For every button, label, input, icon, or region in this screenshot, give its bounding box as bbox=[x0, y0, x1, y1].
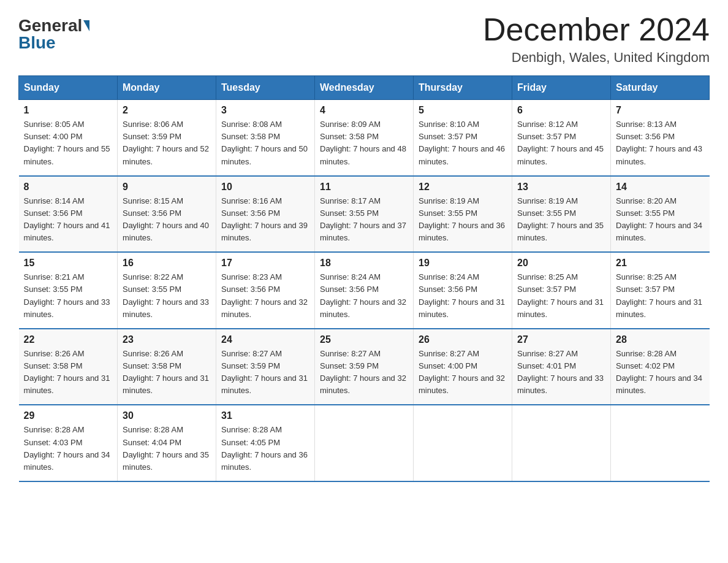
day-number: 13 bbox=[517, 182, 605, 193]
calendar-cell: 12Sunrise: 8:19 AMSunset: 3:55 PMDayligh… bbox=[414, 176, 512, 253]
calendar-week-row: 22Sunrise: 8:26 AMSunset: 3:58 PMDayligh… bbox=[19, 329, 710, 405]
day-info: Sunrise: 8:27 AMSunset: 4:01 PMDaylight:… bbox=[517, 348, 605, 397]
calendar-cell: 6Sunrise: 8:12 AMSunset: 3:57 PMDaylight… bbox=[512, 100, 611, 176]
calendar-cell: 8Sunrise: 8:14 AMSunset: 3:56 PMDaylight… bbox=[19, 176, 118, 253]
calendar-cell: 3Sunrise: 8:08 AMSunset: 3:58 PMDaylight… bbox=[216, 100, 315, 176]
calendar-cell: 19Sunrise: 8:24 AMSunset: 3:56 PMDayligh… bbox=[414, 252, 512, 329]
day-info: Sunrise: 8:12 AMSunset: 3:57 PMDaylight:… bbox=[517, 118, 605, 168]
logo-blue-text: Blue bbox=[18, 34, 56, 52]
day-info: Sunrise: 8:20 AMSunset: 3:55 PMDaylight:… bbox=[616, 195, 705, 245]
calendar-cell: 25Sunrise: 8:27 AMSunset: 3:59 PMDayligh… bbox=[315, 329, 414, 405]
calendar-cell: 21Sunrise: 8:25 AMSunset: 3:57 PMDayligh… bbox=[611, 252, 710, 329]
day-info: Sunrise: 8:21 AMSunset: 3:55 PMDaylight:… bbox=[24, 271, 113, 321]
day-info: Sunrise: 8:25 AMSunset: 3:57 PMDaylight:… bbox=[616, 271, 705, 321]
day-info: Sunrise: 8:06 AMSunset: 3:59 PMDaylight:… bbox=[123, 118, 211, 168]
calendar-cell: 5Sunrise: 8:10 AMSunset: 3:57 PMDaylight… bbox=[414, 100, 512, 176]
day-info: Sunrise: 8:15 AMSunset: 3:56 PMDaylight:… bbox=[123, 195, 211, 245]
day-info: Sunrise: 8:23 AMSunset: 3:56 PMDaylight:… bbox=[221, 271, 309, 321]
calendar-table: SundayMondayTuesdayWednesdayThursdayFrid… bbox=[18, 75, 710, 482]
day-number: 16 bbox=[123, 258, 211, 269]
col-header-monday: Monday bbox=[118, 76, 216, 100]
day-number: 31 bbox=[221, 410, 309, 421]
day-info: Sunrise: 8:10 AMSunset: 3:57 PMDaylight:… bbox=[419, 118, 507, 168]
logo-general: General bbox=[18, 17, 89, 34]
day-info: Sunrise: 8:09 AMSunset: 3:58 PMDaylight:… bbox=[320, 118, 408, 168]
logo-arrow-icon bbox=[83, 20, 89, 31]
day-info: Sunrise: 8:28 AMSunset: 4:04 PMDaylight:… bbox=[123, 424, 211, 473]
day-info: Sunrise: 8:25 AMSunset: 3:57 PMDaylight:… bbox=[517, 271, 605, 321]
day-info: Sunrise: 8:28 AMSunset: 4:02 PMDaylight:… bbox=[616, 348, 705, 397]
day-number: 4 bbox=[320, 105, 408, 116]
day-number: 9 bbox=[123, 182, 211, 193]
day-number: 24 bbox=[221, 334, 309, 345]
day-number: 25 bbox=[320, 334, 408, 345]
calendar-cell: 24Sunrise: 8:27 AMSunset: 3:59 PMDayligh… bbox=[216, 329, 315, 405]
day-number: 12 bbox=[419, 182, 507, 193]
day-info: Sunrise: 8:14 AMSunset: 3:56 PMDaylight:… bbox=[24, 195, 113, 245]
day-info: Sunrise: 8:27 AMSunset: 4:00 PMDaylight:… bbox=[419, 348, 507, 397]
day-info: Sunrise: 8:24 AMSunset: 3:56 PMDaylight:… bbox=[320, 271, 408, 321]
day-number: 5 bbox=[419, 105, 507, 116]
day-number: 2 bbox=[123, 105, 211, 116]
day-number: 1 bbox=[24, 105, 113, 116]
calendar-cell: 17Sunrise: 8:23 AMSunset: 3:56 PMDayligh… bbox=[216, 252, 315, 329]
calendar-cell: 20Sunrise: 8:25 AMSunset: 3:57 PMDayligh… bbox=[512, 252, 611, 329]
day-number: 3 bbox=[221, 105, 309, 116]
day-info: Sunrise: 8:26 AMSunset: 3:58 PMDaylight:… bbox=[24, 348, 113, 397]
calendar-cell: 30Sunrise: 8:28 AMSunset: 4:04 PMDayligh… bbox=[118, 405, 216, 481]
calendar-cell bbox=[512, 405, 611, 481]
day-number: 10 bbox=[221, 182, 309, 193]
day-number: 14 bbox=[616, 182, 705, 193]
day-info: Sunrise: 8:13 AMSunset: 3:56 PMDaylight:… bbox=[616, 118, 705, 168]
calendar-header-row: SundayMondayTuesdayWednesdayThursdayFrid… bbox=[19, 76, 710, 100]
page-header: General Blue December 2024 Denbigh, Wale… bbox=[18, 12, 710, 66]
calendar-cell: 15Sunrise: 8:21 AMSunset: 3:55 PMDayligh… bbox=[19, 252, 118, 329]
day-number: 8 bbox=[24, 182, 113, 193]
calendar-cell: 18Sunrise: 8:24 AMSunset: 3:56 PMDayligh… bbox=[315, 252, 414, 329]
calendar-cell: 11Sunrise: 8:17 AMSunset: 3:55 PMDayligh… bbox=[315, 176, 414, 253]
col-header-saturday: Saturday bbox=[611, 76, 710, 100]
day-info: Sunrise: 8:19 AMSunset: 3:55 PMDaylight:… bbox=[517, 195, 605, 245]
day-number: 26 bbox=[419, 334, 507, 345]
day-number: 29 bbox=[24, 410, 113, 421]
day-number: 28 bbox=[616, 334, 705, 345]
day-info: Sunrise: 8:27 AMSunset: 3:59 PMDaylight:… bbox=[221, 348, 309, 397]
day-info: Sunrise: 8:28 AMSunset: 4:03 PMDaylight:… bbox=[24, 424, 113, 473]
day-number: 6 bbox=[517, 105, 605, 116]
calendar-week-row: 8Sunrise: 8:14 AMSunset: 3:56 PMDaylight… bbox=[19, 176, 710, 253]
col-header-wednesday: Wednesday bbox=[315, 76, 414, 100]
calendar-cell: 26Sunrise: 8:27 AMSunset: 4:00 PMDayligh… bbox=[414, 329, 512, 405]
day-number: 30 bbox=[123, 410, 211, 421]
day-info: Sunrise: 8:17 AMSunset: 3:55 PMDaylight:… bbox=[320, 195, 408, 245]
calendar-cell: 4Sunrise: 8:09 AMSunset: 3:58 PMDaylight… bbox=[315, 100, 414, 176]
day-number: 17 bbox=[221, 258, 309, 269]
day-number: 20 bbox=[517, 258, 605, 269]
col-header-tuesday: Tuesday bbox=[216, 76, 315, 100]
calendar-cell: 10Sunrise: 8:16 AMSunset: 3:56 PMDayligh… bbox=[216, 176, 315, 253]
day-info: Sunrise: 8:08 AMSunset: 3:58 PMDaylight:… bbox=[221, 118, 309, 168]
calendar-cell: 23Sunrise: 8:26 AMSunset: 3:58 PMDayligh… bbox=[118, 329, 216, 405]
location-subtitle: Denbigh, Wales, United Kingdom bbox=[483, 50, 710, 66]
calendar-cell: 16Sunrise: 8:22 AMSunset: 3:55 PMDayligh… bbox=[118, 252, 216, 329]
calendar-week-row: 29Sunrise: 8:28 AMSunset: 4:03 PMDayligh… bbox=[19, 405, 710, 481]
title-block: December 2024 Denbigh, Wales, United Kin… bbox=[483, 12, 710, 66]
day-info: Sunrise: 8:16 AMSunset: 3:56 PMDaylight:… bbox=[221, 195, 309, 245]
day-info: Sunrise: 8:27 AMSunset: 3:59 PMDaylight:… bbox=[320, 348, 408, 397]
day-number: 7 bbox=[616, 105, 705, 116]
day-number: 21 bbox=[616, 258, 705, 269]
calendar-cell: 29Sunrise: 8:28 AMSunset: 4:03 PMDayligh… bbox=[19, 405, 118, 481]
calendar-cell: 1Sunrise: 8:05 AMSunset: 4:00 PMDaylight… bbox=[19, 100, 118, 176]
day-info: Sunrise: 8:05 AMSunset: 4:00 PMDaylight:… bbox=[24, 118, 113, 168]
calendar-cell: 2Sunrise: 8:06 AMSunset: 3:59 PMDaylight… bbox=[118, 100, 216, 176]
day-number: 23 bbox=[123, 334, 211, 345]
col-header-friday: Friday bbox=[512, 76, 611, 100]
calendar-cell: 22Sunrise: 8:26 AMSunset: 3:58 PMDayligh… bbox=[19, 329, 118, 405]
day-info: Sunrise: 8:24 AMSunset: 3:56 PMDaylight:… bbox=[419, 271, 507, 321]
calendar-cell: 31Sunrise: 8:28 AMSunset: 4:05 PMDayligh… bbox=[216, 405, 315, 481]
day-info: Sunrise: 8:19 AMSunset: 3:55 PMDaylight:… bbox=[419, 195, 507, 245]
calendar-cell: 28Sunrise: 8:28 AMSunset: 4:02 PMDayligh… bbox=[611, 329, 710, 405]
calendar-cell: 9Sunrise: 8:15 AMSunset: 3:56 PMDaylight… bbox=[118, 176, 216, 253]
day-info: Sunrise: 8:26 AMSunset: 3:58 PMDaylight:… bbox=[123, 348, 211, 397]
col-header-sunday: Sunday bbox=[19, 76, 118, 100]
calendar-cell: 27Sunrise: 8:27 AMSunset: 4:01 PMDayligh… bbox=[512, 329, 611, 405]
